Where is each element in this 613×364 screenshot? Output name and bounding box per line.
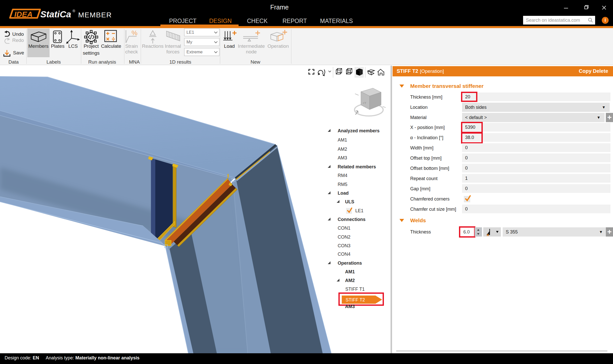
svg-text:STIFF T2: STIFF T2 bbox=[346, 297, 365, 302]
svg-text:%: % bbox=[132, 30, 137, 37]
